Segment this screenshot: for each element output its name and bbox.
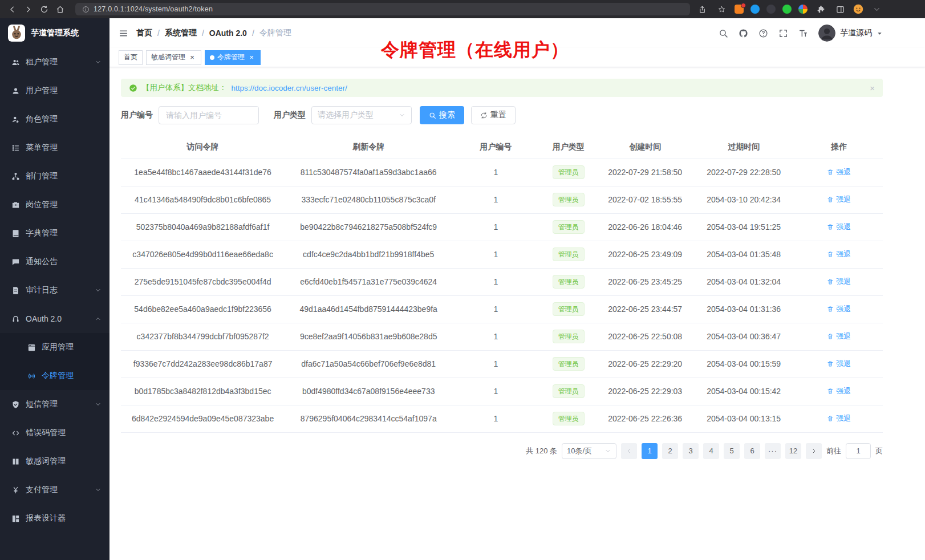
breadcrumb: 首页/系统管理/OAuth 2.0/令牌管理 [136, 28, 291, 38]
close-icon[interactable]: × [188, 54, 196, 62]
sidebar-item-oauth2-application[interactable]: 应用管理 [0, 333, 109, 362]
cell-actions: 强退 [795, 295, 883, 323]
table-row: 275e5de9151045fe87cbdc395e004f4de6cfd40e… [121, 268, 883, 295]
tab-label: 令牌管理 [217, 52, 245, 62]
sidebar-item-dict[interactable]: 字典管理 [0, 219, 109, 247]
tab-item-0[interactable]: 首页 [119, 50, 143, 65]
pagination-page-12[interactable]: 12 [785, 443, 801, 459]
sidebar-item-role[interactable]: 角色管理 [0, 105, 109, 133]
sidebar-item-sms[interactable]: 短信管理 [0, 390, 109, 419]
search-icon [429, 112, 436, 119]
breadcrumb-item[interactable]: 首页 [136, 28, 152, 38]
pagination-more-button[interactable]: ··· [765, 443, 781, 459]
force-logout-button[interactable]: 强退 [827, 277, 851, 287]
user-menu[interactable]: 芋道源码 [818, 25, 883, 42]
sidebar-item-label: 报表设计器 [26, 513, 102, 524]
alert-close-icon[interactable]: × [870, 83, 875, 93]
reset-button[interactable]: 重置 [471, 106, 516, 124]
user-id-input[interactable] [159, 106, 259, 124]
fontsize-icon[interactable] [798, 29, 808, 38]
force-logout-button[interactable]: 强退 [827, 386, 851, 396]
pay-icon [11, 486, 20, 494]
force-logout-button[interactable]: 强退 [827, 249, 851, 259]
app-logo[interactable]: 芋道管理系统 [0, 18, 109, 48]
pagination-page-2[interactable]: 2 [662, 443, 678, 459]
sidebar-item-user[interactable]: 用户管理 [0, 76, 109, 105]
pagination-page-4[interactable]: 4 [703, 443, 719, 459]
force-logout-button[interactable]: 强退 [827, 167, 851, 177]
browser-forward-icon[interactable] [22, 3, 34, 15]
sidebar-item-label: 支付管理 [26, 485, 89, 495]
extension-icon-4[interactable] [782, 5, 792, 14]
browser-address-bar[interactable]: 127.0.0.1:1024/system/oauth2/token [75, 3, 690, 15]
sidebar-item-notice[interactable]: 通知公告 [0, 247, 109, 276]
cell-user-id: 1 [452, 295, 539, 323]
pagination-page-6[interactable]: 6 [744, 443, 760, 459]
browser-back-icon[interactable] [6, 3, 18, 15]
sidebar-item-post[interactable]: 岗位管理 [0, 190, 109, 219]
tab-item-2[interactable]: 令牌管理× [205, 50, 261, 65]
doc-link[interactable]: https://doc.iocoder.cn/user-center/ [232, 84, 347, 92]
table-row: 54d6be82ee5a460a9aedc1f9bf22365649d1aa46… [121, 295, 883, 323]
extension-icon-3[interactable] [766, 5, 776, 14]
close-icon[interactable]: × [248, 54, 255, 62]
tab-item-1[interactable]: 敏感词管理× [146, 50, 201, 65]
force-logout-button[interactable]: 强退 [827, 222, 851, 232]
pagination-page-5[interactable]: 5 [724, 443, 740, 459]
share-icon[interactable] [696, 3, 708, 15]
logo-image [8, 25, 25, 42]
goto-label: 前往 [826, 446, 841, 456]
column-header: 用户类型 [539, 136, 598, 159]
cell-expire-time: 2054-03-04 01:35:48 [692, 241, 795, 268]
browser-home-icon[interactable] [54, 3, 66, 15]
sidebar-item-menu[interactable]: 菜单管理 [0, 133, 109, 162]
site-info-icon[interactable] [81, 5, 90, 14]
sidebar-item-report-designer[interactable]: 报表设计器 [0, 504, 109, 533]
pagination: 共 120 条 10条/页 123456···12 前往 页 [121, 443, 883, 459]
sidebar-item-label: 字典管理 [26, 228, 102, 238]
role-icon [11, 115, 20, 124]
sidebar-panel-icon[interactable] [834, 3, 846, 15]
extension-icon-1[interactable] [735, 5, 744, 14]
help-icon[interactable] [758, 29, 768, 38]
goto-page-input[interactable] [846, 443, 871, 459]
browser-reload-icon[interactable] [38, 3, 50, 15]
pagination-page-3[interactable]: 3 [683, 443, 699, 459]
cell-user-id: 1 [452, 378, 539, 405]
pagination-prev-button[interactable] [621, 443, 637, 459]
sidebar-item-oauth2-token[interactable]: 令牌管理 [0, 362, 109, 390]
user-type-select[interactable]: 请选择用户类型 [311, 106, 412, 124]
sidebar-collapse-button[interactable] [119, 29, 128, 38]
breadcrumb-item[interactable]: OAuth 2.0 [209, 29, 247, 38]
search-button[interactable]: 搜索 [420, 106, 464, 124]
bookmark-star-icon[interactable] [715, 3, 728, 15]
extension-icon-5[interactable] [798, 5, 808, 14]
force-logout-button[interactable]: 强退 [827, 359, 851, 369]
browser-menu-icon[interactable] [870, 3, 883, 15]
extension-icon-2[interactable] [750, 5, 760, 14]
extensions-puzzle-icon[interactable] [814, 3, 827, 15]
cell-actions: 强退 [795, 405, 883, 432]
sidebar-item-audit-log[interactable]: 审计日志 [0, 276, 109, 305]
browser-profile-avatar[interactable] [853, 4, 863, 14]
page-size-select[interactable]: 10条/页 [562, 443, 616, 459]
search-icon[interactable] [719, 29, 728, 38]
sidebar-item-tenant[interactable]: 租户管理 [0, 48, 109, 76]
user-type-badge: 管理员 [553, 193, 585, 206]
fullscreen-icon[interactable] [778, 29, 788, 38]
user-avatar [818, 25, 835, 42]
force-logout-button[interactable]: 强退 [827, 331, 851, 342]
sidebar-item-sensitive-word[interactable]: 敏感词管理 [0, 447, 109, 476]
sidebar-item-dept[interactable]: 部门管理 [0, 162, 109, 190]
cell-user-type: 管理员 [539, 241, 598, 268]
force-logout-button[interactable]: 强退 [827, 413, 851, 424]
sidebar-item-error-code[interactable]: 错误码管理 [0, 419, 109, 447]
pagination-next-button[interactable] [806, 443, 822, 459]
github-icon[interactable] [739, 29, 748, 38]
sidebar-item-oauth2[interactable]: OAuth 2.0 [0, 305, 109, 333]
pagination-page-1[interactable]: 1 [642, 443, 658, 459]
force-logout-button[interactable]: 强退 [827, 194, 851, 205]
sidebar-item-pay[interactable]: 支付管理 [0, 476, 109, 504]
force-logout-button[interactable]: 强退 [827, 304, 851, 314]
breadcrumb-item[interactable]: 系统管理 [165, 28, 197, 38]
